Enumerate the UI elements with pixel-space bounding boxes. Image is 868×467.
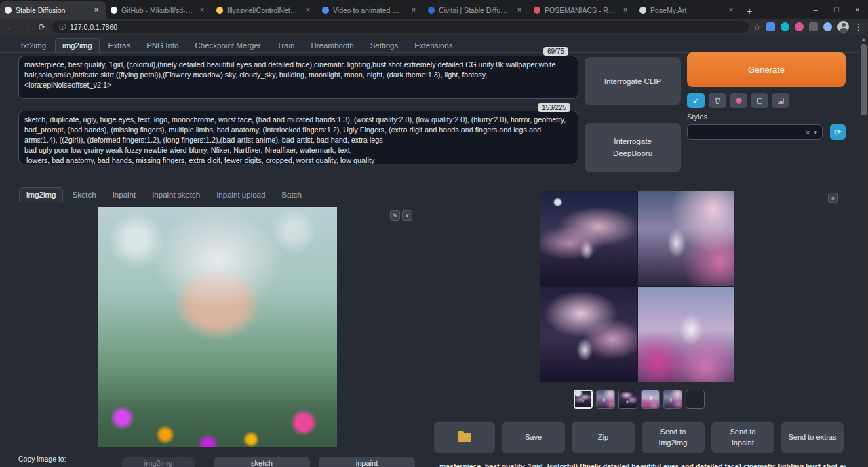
remove-image-button[interactable]: ×	[402, 210, 412, 221]
reload-icon[interactable]: ⟳	[37, 22, 47, 32]
close-gallery-button[interactable]: ×	[828, 193, 838, 203]
gallery-thumbnail-6[interactable]	[686, 390, 705, 409]
tab-extensions[interactable]: Extensions	[407, 38, 460, 52]
copy-to-inpaint-button[interactable]: inpaint	[319, 457, 415, 467]
tab-close-icon[interactable]: ×	[515, 5, 524, 15]
extension-icon-3[interactable]	[795, 22, 804, 31]
tab-mode-inpaint[interactable]: Inpaint	[105, 187, 144, 202]
browser-menu-icon[interactable]: ⋮	[854, 22, 863, 32]
tab-dreambooth[interactable]: Dreambooth	[303, 38, 361, 52]
window-maximize-button[interactable]: □	[826, 0, 847, 19]
tab-mode-img2img[interactable]: img2img	[19, 187, 63, 202]
negative-prompt-input[interactable]: sketch, duplicate, ugly, huge eyes, text…	[18, 111, 578, 164]
gallery-thumbnail-5[interactable]	[663, 390, 682, 409]
copy-to-sketch-button[interactable]: sketch	[214, 457, 310, 467]
tab-favicon	[534, 7, 540, 14]
zip-button[interactable]: Zip	[572, 422, 635, 453]
clear-prompt-button[interactable]	[709, 93, 726, 108]
tab-checkpoint-merger[interactable]: Checkpoint Merger	[187, 38, 268, 52]
prompt-input[interactable]: masterpiece, best quality, 1girl, (color…	[18, 56, 578, 99]
tab-settings[interactable]: Settings	[363, 38, 406, 52]
forward-icon[interactable]: →	[21, 22, 32, 32]
gallery-thumbnail-2[interactable]	[596, 390, 615, 409]
extension-icon-5[interactable]	[823, 22, 832, 31]
tab-close-icon[interactable]: ×	[726, 5, 736, 15]
tab-close-icon[interactable]: ×	[92, 5, 101, 15]
apply-style-button[interactable]	[751, 93, 768, 108]
tab-mode-inpaint-sketch[interactable]: Inpaint sketch	[144, 187, 208, 202]
bookmark-star-icon[interactable]: ☆	[753, 22, 761, 32]
browser-tab-controlnet[interactable]: Illyasviel/ControlNet at main ×	[212, 1, 317, 19]
tab-favicon	[639, 7, 646, 14]
paste-params-button[interactable]: ↙	[687, 93, 705, 108]
site-info-icon[interactable]: ⓘ	[59, 22, 66, 32]
send-to-img2img-button[interactable]: Send to img2img	[642, 422, 705, 453]
gallery-thumbnails	[574, 390, 705, 409]
browser-tab-gif-converter[interactable]: Video to animated GIF converter ×	[317, 1, 423, 19]
back-icon[interactable]: ←	[5, 22, 16, 32]
browser-tab-github[interactable]: GitHub - Mikubill/sd-webui-con ×	[106, 1, 212, 19]
tab-close-icon[interactable]: ×	[409, 5, 418, 15]
gallery-image-4[interactable]	[638, 287, 734, 382]
new-tab-button[interactable]: +	[741, 3, 758, 19]
chevron-down-icon[interactable]: ▾	[814, 129, 817, 136]
tab-mode-batch[interactable]: Batch	[274, 187, 309, 202]
extension-icon-1[interactable]	[766, 22, 775, 31]
browser-toolbar: ← → ⟳ ⓘ 127.0.0.1:7860 ☆ ⋮	[0, 19, 868, 35]
save-button[interactable]: Save	[502, 422, 565, 453]
source-image	[98, 207, 337, 447]
generate-button[interactable]: Generate	[687, 52, 846, 87]
copy-image-to-label: Copy image to:	[18, 455, 66, 463]
window-close-button[interactable]: ×	[847, 0, 868, 19]
window-minimize-button[interactable]: –	[805, 0, 826, 19]
extension-icon-2[interactable]	[781, 22, 789, 31]
styles-dropdown[interactable]: × ▾	[687, 124, 823, 140]
gallery-image-1[interactable]	[540, 191, 637, 286]
open-folder-button[interactable]	[434, 422, 495, 453]
tab-img2img[interactable]: img2img	[55, 38, 99, 52]
page-scrollbar[interactable]: ▲	[859, 35, 868, 467]
scrollbar-thumb[interactable]	[861, 44, 867, 115]
tab-close-icon[interactable]: ×	[620, 5, 630, 15]
refresh-styles-button[interactable]: ⟳	[830, 124, 846, 140]
tab-title: POSEMANIACS - Royalty free 3	[545, 6, 616, 14]
tab-mode-inpaint-upload[interactable]: Inpaint upload	[209, 187, 273, 202]
interrogate-deepbooru-button[interactable]: Interrogate DeepBooru	[585, 123, 681, 172]
tab-title: Video to animated GIF converter	[333, 6, 405, 14]
tab-txt2img[interactable]: txt2img	[14, 38, 54, 52]
profile-avatar[interactable]	[837, 21, 849, 33]
extra-networks-button[interactable]	[730, 93, 747, 108]
browser-tab-posemaniacs[interactable]: POSEMANIACS - Royalty free 3 ×	[529, 1, 635, 19]
gallery-image-3[interactable]	[540, 287, 637, 382]
tab-mode-sketch[interactable]: Sketch	[64, 187, 103, 202]
thumbnail-image	[575, 391, 591, 407]
browser-tab-posemyart[interactable]: PoseMy.Art ×	[635, 1, 741, 19]
scroll-up-icon[interactable]: ▲	[859, 35, 868, 43]
source-image-preview[interactable]	[98, 207, 337, 447]
tab-close-icon[interactable]: ×	[303, 5, 313, 15]
tab-close-icon[interactable]: ×	[197, 5, 207, 15]
address-bar[interactable]: ⓘ 127.0.0.1:7860	[52, 21, 749, 33]
copy-to-img2img-button[interactable]: img2img	[122, 457, 195, 467]
gallery-thumbnail-4[interactable]	[641, 390, 660, 409]
browser-tab-civitai[interactable]: Civitai | Stable Diffusion model ×	[423, 1, 529, 19]
interrogate-clip-button[interactable]: Interrogate CLIP	[585, 57, 681, 105]
send-to-extras-button[interactable]: Send to extras	[781, 422, 844, 453]
styles-clear-icon[interactable]: ×	[806, 128, 810, 136]
gallery-thumbnail-3[interactable]	[618, 390, 637, 409]
edit-image-button[interactable]: ✎	[390, 210, 400, 221]
tab-png-info[interactable]: PNG Info	[139, 38, 186, 52]
thumbnail-image	[642, 390, 659, 408]
extension-icon-4[interactable]	[809, 22, 818, 31]
generation-info-text: masterpiece, best quality, 1girl, (color…	[439, 462, 846, 467]
gallery-thumbnail-1[interactable]	[574, 390, 593, 409]
browser-tab-stable-diffusion[interactable]: Stable Diffusion ×	[0, 1, 106, 19]
paste-arrow-icon: ↙	[692, 96, 699, 105]
edit-icon: ✎	[393, 212, 398, 219]
gallery-image-2[interactable]	[638, 191, 734, 286]
tab-extras[interactable]: Extras	[101, 38, 138, 52]
send-to-inpaint-button[interactable]: Send to inpaint	[711, 422, 774, 453]
save-style-button[interactable]	[772, 93, 789, 108]
tab-train[interactable]: Train	[270, 38, 302, 52]
close-icon: ×	[831, 195, 835, 202]
